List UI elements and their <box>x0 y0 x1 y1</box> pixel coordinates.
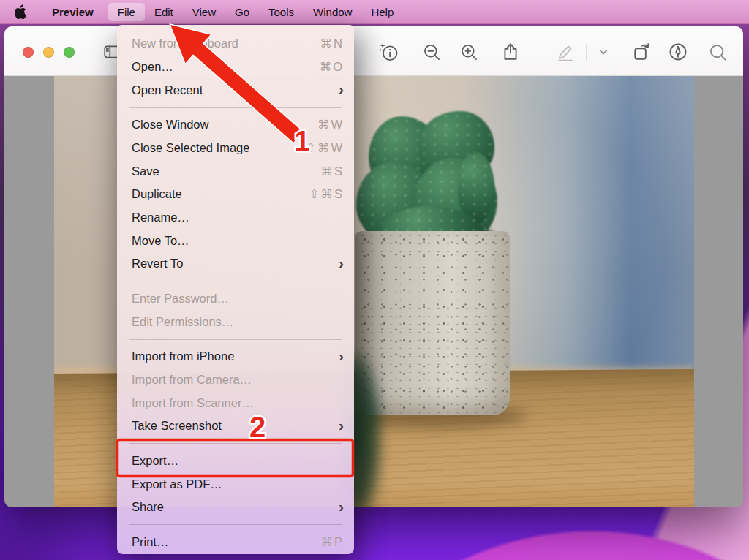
menubar-item-file[interactable]: File <box>108 3 145 21</box>
menubar-item-tools[interactable]: Tools <box>259 3 304 21</box>
menu-item-label: Save <box>132 164 320 178</box>
annotate-pen-icon[interactable] <box>668 42 688 62</box>
submenu-chevron-icon: › <box>339 86 344 93</box>
submenu-chevron-icon: › <box>339 503 344 510</box>
menu-item-label: Enter Password… <box>132 292 344 306</box>
menu-item-label: Open… <box>132 60 320 74</box>
menu-item-label: Share <box>132 500 339 514</box>
menu-item-rename[interactable]: Rename… <box>117 206 354 230</box>
menu-item-label: Export… <box>132 454 344 468</box>
markup-pencil-icon <box>555 42 576 62</box>
menu-item-shortcut: ⇧⌘W <box>306 141 344 155</box>
menu-item-close-window[interactable]: Close Window⌘W <box>117 113 354 137</box>
screen: Preview FileEditViewGoToolsWindowHelp Ne… <box>0 0 749 560</box>
chevron-down-icon[interactable] <box>593 42 614 62</box>
menu-item-label: Revert To <box>132 257 339 270</box>
menu-separator <box>117 333 354 345</box>
menu-item-move-to[interactable]: Move To… <box>117 229 354 252</box>
menu-item-new-from-clipboard: New from Clipboard⌘N <box>117 32 354 56</box>
preview-window <box>4 26 743 507</box>
menubar-item-help[interactable]: Help <box>361 3 403 21</box>
menu-item-take-screenshot[interactable]: Take Screenshot› <box>117 415 354 438</box>
zoom-out-icon[interactable] <box>421 42 442 62</box>
menu-item-label: Close Window <box>132 118 317 132</box>
menu-separator <box>117 276 354 287</box>
menu-item-label: Import from Scanner… <box>132 396 344 410</box>
menu-item-shortcut: ⌘N <box>320 37 344 50</box>
zoom-window-button[interactable] <box>64 47 75 58</box>
menu-item-label: Print… <box>132 535 320 549</box>
menu-item-open[interactable]: Open…⌘O <box>117 56 354 79</box>
menu-item-edit-permissions: Edit Permissions… <box>117 310 354 333</box>
toolbar-divider <box>586 44 587 61</box>
submenu-chevron-icon: › <box>339 422 344 429</box>
menubar-item-view[interactable]: View <box>183 3 225 21</box>
file-menu-items: New from Clipboard⌘NOpen…⌘OOpen Recent›C… <box>117 32 354 553</box>
submenu-chevron-icon: › <box>339 352 344 360</box>
menu-item-label: Move To… <box>132 234 344 248</box>
menu-item-label: Take Screenshot <box>132 419 339 433</box>
info-sparkle-icon[interactable] <box>379 42 399 62</box>
menu-separator <box>117 102 354 113</box>
menu-item-export[interactable]: Export… <box>117 450 354 473</box>
menu-item-label: Close Selected Image <box>132 141 306 155</box>
menu-item-open-recent[interactable]: Open Recent› <box>117 78 354 102</box>
menu-item-shortcut: ⌘W <box>317 118 344 132</box>
menu-item-enter-password: Enter Password… <box>117 287 354 311</box>
menu-item-shortcut: ⌘O <box>320 60 344 74</box>
menu-item-shortcut: ⌘S <box>320 164 344 178</box>
minimize-window-button[interactable] <box>43 47 54 58</box>
apple-logo-icon[interactable] <box>15 4 27 19</box>
menubar-item-window[interactable]: Window <box>304 3 361 21</box>
menu-item-shortcut: ⌘P <box>320 535 344 549</box>
menu-item-label: New from Clipboard <box>132 37 320 50</box>
menu-separator <box>117 519 354 531</box>
menubar-app-name[interactable]: Preview <box>43 4 102 20</box>
menu-item-close-selected-image[interactable]: Close Selected Image⇧⌘W <box>117 137 354 160</box>
menu-item-label: Open Recent <box>132 83 339 97</box>
menubar-item-go[interactable]: Go <box>225 3 259 21</box>
menu-item-import-from-iphone[interactable]: Import from iPhone› <box>117 345 354 368</box>
menu-item-shortcut: ⇧⌘S <box>309 187 344 201</box>
menu-item-print[interactable]: Print…⌘P <box>117 531 354 554</box>
menu-item-label: Rename… <box>132 211 344 224</box>
menu-separator <box>117 438 354 450</box>
rotate-icon[interactable] <box>631 42 652 62</box>
menu-item-label: Import from Camera… <box>132 373 344 387</box>
menu-item-export-as-pdf[interactable]: Export as PDF… <box>117 472 354 496</box>
menu-item-import-from-camera: Import from Camera… <box>117 368 354 392</box>
menu-item-label: Import from iPhone <box>132 349 339 363</box>
menu-item-label: Export as PDF… <box>132 477 344 491</box>
menubar: Preview FileEditViewGoToolsWindowHelp <box>0 0 749 24</box>
share-icon[interactable] <box>500 42 521 62</box>
zoom-in-icon[interactable] <box>459 42 479 62</box>
search-icon[interactable] <box>707 42 728 62</box>
menu-item-save[interactable]: Save⌘S <box>117 159 354 183</box>
close-window-button[interactable] <box>23 47 34 58</box>
menu-item-label: Duplicate <box>132 187 309 201</box>
menu-item-import-from-scanner: Import from Scanner… <box>117 391 354 415</box>
menu-item-label: Edit Permissions… <box>132 315 344 329</box>
menu-item-revert-to[interactable]: Revert To› <box>117 252 354 276</box>
menu-item-duplicate[interactable]: Duplicate⇧⌘S <box>117 183 354 206</box>
menu-item-share[interactable]: Share› <box>117 496 354 519</box>
menubar-menus: FileEditViewGoToolsWindowHelp <box>108 3 404 21</box>
file-menu: New from Clipboard⌘NOpen…⌘OOpen Recent›C… <box>117 25 354 554</box>
window-toolbar <box>4 26 743 76</box>
submenu-chevron-icon: › <box>339 260 344 267</box>
menubar-item-edit[interactable]: Edit <box>145 3 183 21</box>
